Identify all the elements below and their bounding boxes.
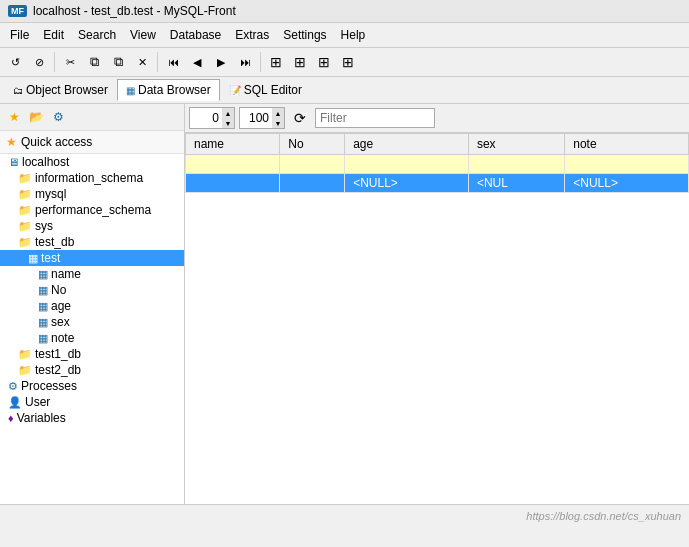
toolbar-next[interactable]: ▶ [210, 51, 232, 73]
quick-access-star: ★ [6, 135, 17, 149]
mysql-label: mysql [35, 187, 66, 201]
toolbar-first[interactable]: ⏮ [162, 51, 184, 73]
filter-input[interactable] [315, 108, 435, 128]
null-value: <NULL> [573, 176, 618, 190]
toolbar-cancel[interactable]: ⊘ [28, 51, 50, 73]
tab-data-browser[interactable]: ▦ Data Browser [117, 79, 220, 101]
status-url: https://blog.csdn.net/cs_xuhuan [526, 510, 681, 522]
toolbar-last[interactable]: ⏭ [234, 51, 256, 73]
col-name-icon: ▦ [38, 268, 48, 281]
cell-sex[interactable] [468, 155, 564, 174]
tree-btn-2[interactable]: 📂 [26, 107, 46, 127]
tree-item-test[interactable]: ▦ test [0, 250, 184, 266]
toolbar-copy[interactable]: ⧉ [83, 51, 105, 73]
start-down-arrow[interactable]: ▼ [222, 118, 234, 128]
data-toolbar: 0 ▲ ▼ 100 ▲ ▼ ⟳ [185, 104, 689, 133]
quick-access-label: Quick access [21, 135, 92, 149]
start-input[interactable]: 0 [190, 110, 222, 126]
cell-no[interactable] [280, 174, 345, 193]
col-no-label: No [51, 283, 66, 297]
tree-item-col-note[interactable]: ▦ note [0, 330, 184, 346]
tree-item-col-no[interactable]: ▦ No [0, 282, 184, 298]
menu-extras[interactable]: Extras [229, 26, 275, 44]
count-arrows: ▲ ▼ [272, 108, 284, 128]
test2-db-icon: 📁 [18, 364, 32, 377]
cell-note[interactable]: <NULL> [565, 174, 689, 193]
tree-item-test2-db[interactable]: 📁 test2_db [0, 362, 184, 378]
toolbar-paste[interactable]: ⧉ [107, 51, 129, 73]
menu-view[interactable]: View [124, 26, 162, 44]
tree-btn-1[interactable]: ★ [4, 107, 24, 127]
toolbar-prev[interactable]: ◀ [186, 51, 208, 73]
app-logo: MF [8, 5, 27, 17]
refresh-data-btn[interactable]: ⟳ [289, 107, 311, 129]
cell-name[interactable] [186, 174, 280, 193]
right-panel: 0 ▲ ▼ 100 ▲ ▼ ⟳ name [185, 104, 689, 504]
tab-object-browser[interactable]: 🗂 Object Browser [4, 79, 117, 101]
toolbar-refresh[interactable]: ↺ [4, 51, 26, 73]
col-sex-label: sex [51, 315, 70, 329]
test-db-icon: 📁 [18, 236, 32, 249]
localhost-icon: 🖥 [8, 156, 19, 168]
col-header-note: note [565, 134, 689, 155]
cell-name[interactable] [186, 155, 280, 174]
toolbar-sep3 [260, 52, 261, 72]
tree-item-information-schema[interactable]: 📁 information_schema [0, 170, 184, 186]
tree-item-processes[interactable]: ⚙ Processes [0, 378, 184, 394]
tree-item-test-db[interactable]: 📁 test_db [0, 234, 184, 250]
count-spin[interactable]: 100 ▲ ▼ [239, 107, 285, 129]
menu-help[interactable]: Help [335, 26, 372, 44]
cell-sex[interactable]: <NUL [468, 174, 564, 193]
menu-settings[interactable]: Settings [277, 26, 332, 44]
sys-icon: 📁 [18, 220, 32, 233]
toolbar-grid4[interactable]: ⊞ [337, 51, 359, 73]
tree-item-col-sex[interactable]: ▦ sex [0, 314, 184, 330]
toolbar-grid2[interactable]: ⊞ [289, 51, 311, 73]
toolbar-delete[interactable]: ✕ [131, 51, 153, 73]
menu-database[interactable]: Database [164, 26, 227, 44]
toolbar-cut[interactable]: ✂ [59, 51, 81, 73]
tree-item-localhost[interactable]: 🖥 localhost [0, 154, 184, 170]
performance-schema-label: performance_schema [35, 203, 151, 217]
col-age-label: age [51, 299, 71, 313]
col-note-icon: ▦ [38, 332, 48, 345]
table-row[interactable]: <NULL> <NUL <NULL> [186, 174, 689, 193]
toolbar-sep2 [157, 52, 158, 72]
count-up-arrow[interactable]: ▲ [272, 108, 284, 118]
tree-item-performance-schema[interactable]: 📁 performance_schema [0, 202, 184, 218]
tree-item-mysql[interactable]: 📁 mysql [0, 186, 184, 202]
cell-age[interactable]: <NULL> [345, 174, 469, 193]
toolbar-grid1[interactable]: ⊞ [265, 51, 287, 73]
cell-age[interactable] [345, 155, 469, 174]
tree-item-test1-db[interactable]: 📁 test1_db [0, 346, 184, 362]
sys-label: sys [35, 219, 53, 233]
tree-item-col-age[interactable]: ▦ age [0, 298, 184, 314]
menu-edit[interactable]: Edit [37, 26, 70, 44]
col-no-icon: ▦ [38, 284, 48, 297]
start-up-arrow[interactable]: ▲ [222, 108, 234, 118]
sql-editor-icon: 📝 [229, 85, 241, 96]
toolbar-grid3[interactable]: ⊞ [313, 51, 335, 73]
tree-btn-3[interactable]: ⚙ [48, 107, 68, 127]
user-icon: 👤 [8, 396, 22, 409]
cell-note[interactable] [565, 155, 689, 174]
table-row[interactable] [186, 155, 689, 174]
menu-search[interactable]: Search [72, 26, 122, 44]
tree-item-user[interactable]: 👤 User [0, 394, 184, 410]
start-spin[interactable]: 0 ▲ ▼ [189, 107, 235, 129]
quick-access[interactable]: ★ Quick access [0, 131, 184, 154]
tree-item-sys[interactable]: 📁 sys [0, 218, 184, 234]
tree-item-variables[interactable]: ♦ Variables [0, 410, 184, 426]
tab-sql-editor[interactable]: 📝 SQL Editor [220, 79, 311, 101]
count-input[interactable]: 100 [240, 110, 272, 126]
variables-label: Variables [17, 411, 66, 425]
tree-item-col-name[interactable]: ▦ name [0, 266, 184, 282]
test-table-icon: ▦ [28, 252, 38, 265]
tree-panel: ★ 📂 ⚙ ★ Quick access 🖥 localhost 📁 infor… [0, 104, 185, 504]
count-down-arrow[interactable]: ▼ [272, 118, 284, 128]
menu-file[interactable]: File [4, 26, 35, 44]
performance-schema-icon: 📁 [18, 204, 32, 217]
cell-no[interactable] [280, 155, 345, 174]
col-header-name: name [186, 134, 280, 155]
information-schema-icon: 📁 [18, 172, 32, 185]
